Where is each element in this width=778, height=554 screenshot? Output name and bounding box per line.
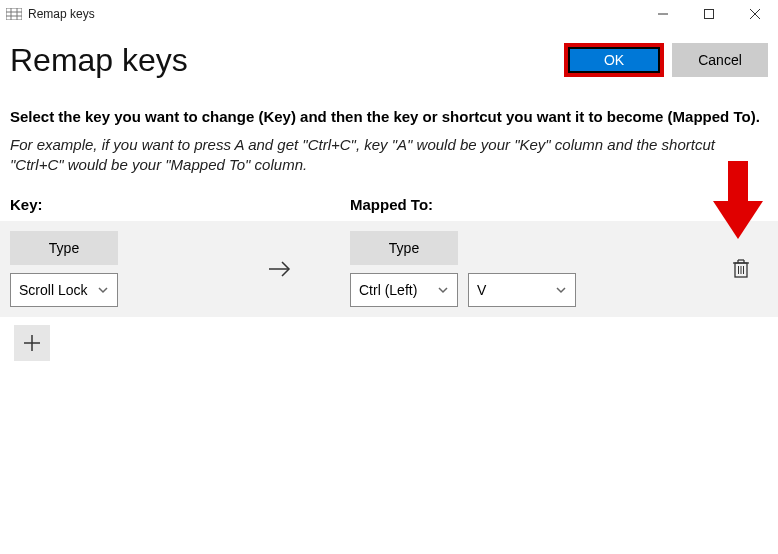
arrow-right-icon (267, 259, 293, 279)
mapped-dropdown-1-value: Ctrl (Left) (359, 282, 417, 298)
header-row: Remap keys OK Cancel (0, 28, 778, 84)
content: Select the key you want to change (Key) … (0, 84, 778, 213)
column-headers: Key: Mapped To: (10, 196, 768, 213)
mapped-dropdown-1[interactable]: Ctrl (Left) (350, 273, 458, 307)
titlebar: Remap keys (0, 0, 778, 28)
key-dropdown-value: Scroll Lock (19, 282, 87, 298)
plus-icon (23, 334, 41, 352)
mapped-side: Type Ctrl (Left) V (350, 231, 650, 307)
cancel-button[interactable]: Cancel (672, 43, 768, 77)
ok-button[interactable]: OK (564, 43, 664, 77)
maximize-button[interactable] (686, 0, 732, 28)
instruction-primary: Select the key you want to change (Key) … (10, 108, 768, 125)
window-title: Remap keys (28, 7, 95, 21)
key-column-header: Key: (10, 196, 350, 213)
svg-rect-6 (705, 10, 714, 19)
minimize-button[interactable] (640, 0, 686, 28)
chevron-down-icon (97, 284, 109, 296)
add-row (0, 317, 778, 361)
svg-rect-0 (6, 8, 22, 20)
app-icon (6, 7, 22, 21)
trash-icon[interactable] (732, 259, 750, 279)
add-mapping-button[interactable] (14, 325, 50, 361)
instruction-example: For example, if you want to press A and … (10, 135, 768, 174)
chevron-down-icon (437, 284, 449, 296)
header-buttons: OK Cancel (564, 43, 768, 77)
key-dropdown[interactable]: Scroll Lock (10, 273, 118, 307)
arrow-column (210, 259, 350, 279)
mapped-column-header: Mapped To: (350, 196, 433, 213)
delete-column (732, 259, 778, 279)
type-mapped-button[interactable]: Type (350, 231, 458, 265)
mapping-row: Type Scroll Lock Type Ctrl (Left) (0, 221, 778, 317)
page-title: Remap keys (10, 42, 188, 79)
close-button[interactable] (732, 0, 778, 28)
mapped-dropdown-2-value: V (477, 282, 486, 298)
key-side: Type Scroll Lock (10, 231, 210, 307)
type-key-button[interactable]: Type (10, 231, 118, 265)
mapped-dropdown-2[interactable]: V (468, 273, 576, 307)
chevron-down-icon (555, 284, 567, 296)
window-controls (640, 0, 778, 28)
